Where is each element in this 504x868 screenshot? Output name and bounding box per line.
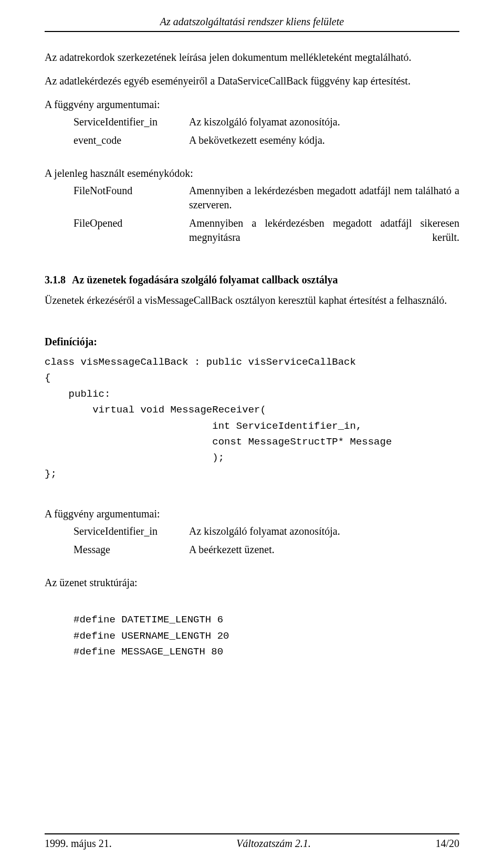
arg-val: A beérkezett üzenet.	[189, 543, 459, 557]
page: Az adatszolgáltatási rendszer kliens fel…	[0, 0, 504, 868]
footer-date: 1999. május 21.	[45, 838, 112, 850]
page-header: Az adatszolgáltatási rendszer kliens fel…	[45, 16, 459, 32]
arg-key: event_code	[74, 133, 189, 147]
arg-row: ServiceIdentifier_in Az kiszolgáló folya…	[45, 115, 459, 129]
footer-page-number: 14/20	[435, 838, 459, 850]
args-intro: A függvény argumentumai:	[45, 507, 459, 521]
arg-val: Az kiszolgáló folyamat azonosítója.	[189, 524, 459, 538]
body: Az adatrekordok szerkezetének leírása je…	[45, 50, 459, 660]
event-val: Amennyiben a lekérdezésben megadott adat…	[189, 216, 459, 245]
arg-val: A bekövetkezett esemény kódja.	[189, 133, 459, 147]
heading-number: 3.1.8	[45, 273, 72, 287]
events-intro: A jelenleg használt eseménykódok:	[45, 166, 459, 181]
header-title: Az adatszolgáltatási rendszer kliens fel…	[160, 16, 344, 27]
event-row: FileNotFound Amennyiben a lekérdezésben …	[45, 184, 459, 212]
event-val: Amennyiben a lekérdezésben megadott adat…	[189, 184, 459, 212]
args-intro: A függvény argumentumai:	[45, 98, 459, 112]
paragraph: Az adatlekérdezés egyéb eseményeiről a D…	[45, 74, 459, 88]
page-footer: 1999. május 21. Változatszám 2.1. 14/20	[45, 833, 459, 850]
event-key: FileNotFound	[74, 184, 189, 212]
arg-val: Az kiszolgáló folyamat azonosítója.	[189, 115, 459, 129]
arg-row: ServiceIdentifier_in Az kiszolgáló folya…	[45, 524, 459, 538]
arg-key: ServiceIdentifier_in	[74, 115, 189, 129]
definition-label: Definíciója:	[45, 335, 459, 349]
footer-version: Változatszám 2.1.	[236, 838, 311, 850]
arg-key: Message	[74, 543, 189, 557]
heading-text: Az üzenetek fogadására szolgáló folyamat…	[72, 274, 338, 285]
arg-row: event_code A bekövetkezett esemény kódja…	[45, 133, 459, 147]
arg-key: ServiceIdentifier_in	[74, 524, 189, 538]
event-key: FileOpened	[74, 216, 189, 245]
paragraph: Az adatrekordok szerkezetének leírása je…	[45, 50, 459, 65]
code-block: class visMessageCallBack : public visSer…	[45, 354, 459, 482]
code-block: #define DATETIME_LENGTH 6 #define USERNA…	[45, 612, 459, 660]
event-row: FileOpened Amennyiben a lekérdezésben me…	[45, 216, 459, 245]
paragraph: Üzenetek érkezéséről a visMessageCallBac…	[45, 293, 459, 308]
arg-row: Message A beérkezett üzenet.	[45, 543, 459, 557]
section-heading: 3.1.8Az üzenetek fogadására szolgáló fol…	[45, 273, 459, 287]
struct-intro: Az üzenet struktúrája:	[45, 576, 459, 590]
